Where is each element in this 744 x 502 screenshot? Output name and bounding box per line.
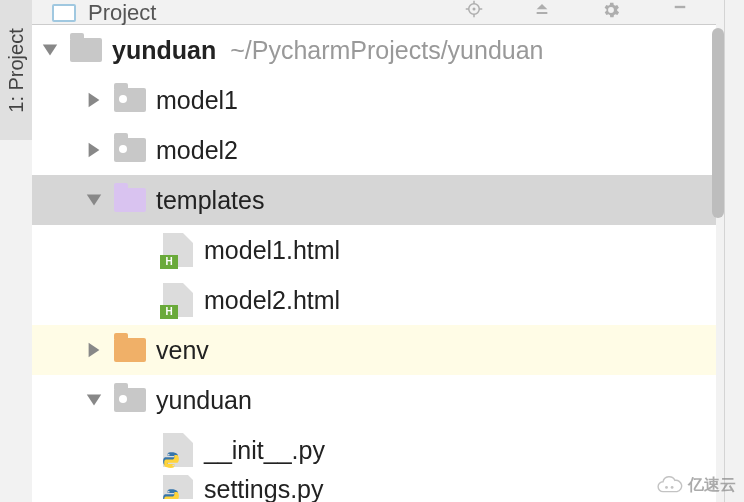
package-folder-icon bbox=[112, 134, 148, 166]
chevron-right-icon[interactable] bbox=[84, 340, 104, 360]
tree-item-label: yunduan bbox=[156, 386, 252, 415]
tree-item-label: model2.html bbox=[204, 286, 340, 315]
venv-folder-icon bbox=[112, 334, 148, 366]
svg-rect-6 bbox=[537, 12, 548, 14]
settings-gear-icon[interactable] bbox=[598, 0, 624, 24]
html-file-icon: H bbox=[160, 284, 196, 316]
templates-folder-icon bbox=[112, 184, 148, 216]
package-folder-icon bbox=[112, 84, 148, 116]
tree-row[interactable]: model1 bbox=[32, 75, 716, 125]
chevron-down-icon[interactable] bbox=[84, 390, 104, 410]
python-file-icon bbox=[160, 434, 196, 466]
tree-row[interactable]: settings.py bbox=[32, 475, 716, 502]
svg-point-8 bbox=[665, 486, 668, 489]
chevron-right-icon[interactable] bbox=[84, 140, 104, 160]
tree-item-label: model2 bbox=[156, 136, 238, 165]
tree-row[interactable]: __init__.py bbox=[32, 425, 716, 475]
hide-icon[interactable] bbox=[668, 0, 692, 18]
chevron-down-icon[interactable] bbox=[40, 40, 60, 60]
locate-icon[interactable] bbox=[462, 0, 486, 22]
tree-item-label: settings.py bbox=[204, 475, 324, 502]
tree-row[interactable]: H model2.html bbox=[32, 275, 716, 325]
watermark-text: 亿速云 bbox=[688, 475, 736, 496]
collapse-all-icon[interactable] bbox=[530, 0, 554, 20]
side-tab-label: 1: Project bbox=[5, 28, 28, 112]
tree-row-venv[interactable]: venv bbox=[32, 325, 716, 375]
svg-point-1 bbox=[473, 8, 476, 11]
python-file-icon bbox=[160, 475, 196, 499]
tree-row[interactable]: H model1.html bbox=[32, 225, 716, 275]
scrollbar-thumb[interactable] bbox=[712, 28, 724, 218]
tree-item-label: venv bbox=[156, 336, 209, 365]
tree-item-label: model1 bbox=[156, 86, 238, 115]
root-path: ~/PycharmProjects/yunduan bbox=[230, 36, 543, 65]
tool-window-header: Project bbox=[32, 0, 716, 25]
cloud-logo-icon bbox=[656, 476, 684, 496]
project-view-icon bbox=[52, 4, 76, 22]
project-tree[interactable]: yunduan ~/PycharmProjects/yunduan model1… bbox=[32, 25, 716, 502]
svg-point-9 bbox=[671, 486, 674, 489]
watermark: 亿速云 bbox=[656, 475, 736, 496]
folder-icon bbox=[68, 34, 104, 66]
chevron-down-icon[interactable] bbox=[84, 190, 104, 210]
tree-row[interactable]: model2 bbox=[32, 125, 716, 175]
html-file-icon: H bbox=[160, 234, 196, 266]
tree-row[interactable]: yunduan bbox=[32, 375, 716, 425]
tree-item-label: model1.html bbox=[204, 236, 340, 265]
tree-item-label: __init__.py bbox=[204, 436, 325, 465]
chevron-right-icon[interactable] bbox=[84, 90, 104, 110]
side-tab-project[interactable]: 1: Project bbox=[0, 0, 32, 140]
svg-rect-7 bbox=[675, 6, 686, 8]
package-folder-icon bbox=[112, 384, 148, 416]
tree-root-row[interactable]: yunduan ~/PycharmProjects/yunduan bbox=[32, 25, 716, 75]
right-gutter bbox=[724, 0, 744, 502]
tree-item-label: templates bbox=[156, 186, 264, 215]
tool-window-title: Project bbox=[88, 0, 156, 26]
tree-row-selected[interactable]: templates bbox=[32, 175, 716, 225]
root-name: yunduan bbox=[112, 36, 216, 65]
